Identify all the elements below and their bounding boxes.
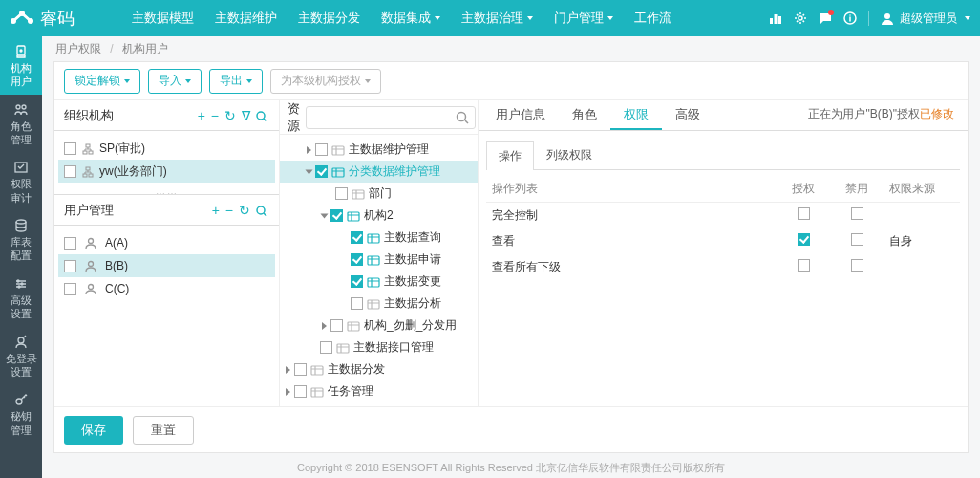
sidebar-item[interactable]: 角色管理: [0, 95, 42, 153]
checkbox[interactable]: [64, 237, 76, 250]
checkbox[interactable]: [64, 260, 76, 272]
search-icon[interactable]: [254, 108, 269, 123]
resource-row[interactable]: 主数据分发: [280, 358, 478, 380]
resource-row[interactable]: 机构_勿删_分发用: [280, 315, 478, 337]
user-row[interactable]: A(A): [58, 231, 275, 254]
sidebar-icon: [0, 276, 42, 292]
search-icon[interactable]: [254, 203, 269, 218]
deny-checkbox[interactable]: [851, 259, 863, 272]
resource-row[interactable]: 分类数据维护管理: [280, 161, 478, 183]
checkbox[interactable]: [294, 385, 307, 398]
save-button[interactable]: 保存: [64, 416, 123, 445]
lock-dropdown[interactable]: 锁定解锁: [64, 69, 140, 94]
org-row[interactable]: SP(审批): [58, 137, 275, 160]
svg-rect-33: [332, 168, 344, 177]
resource-row[interactable]: 主数据维护管理: [280, 139, 478, 161]
resource-row[interactable]: 主数据查询: [280, 227, 478, 249]
topnav-item[interactable]: 主数据模型: [122, 0, 203, 36]
gear-icon[interactable]: [794, 11, 807, 26]
sidebar-icon: [0, 44, 42, 59]
sidebar-item[interactable]: 机构用户: [0, 36, 42, 95]
topnav-item[interactable]: 工作流: [625, 0, 681, 36]
chat-icon[interactable]: [819, 11, 832, 26]
checkbox[interactable]: [351, 253, 363, 266]
checkbox[interactable]: [351, 275, 363, 288]
user-row[interactable]: B(B): [58, 254, 275, 277]
import-dropdown[interactable]: 导入: [148, 69, 202, 94]
checkbox[interactable]: [351, 297, 363, 310]
remove-icon[interactable]: −: [209, 108, 221, 123]
bottom-buttons: 保存 重置: [54, 406, 968, 452]
resource-search[interactable]: [306, 106, 476, 129]
topnav-item[interactable]: 数据集成: [372, 0, 450, 36]
breadcrumb-root[interactable]: 用户权限: [55, 42, 101, 55]
add-icon[interactable]: +: [196, 108, 207, 123]
chart-icon[interactable]: [769, 11, 782, 26]
right-tab[interactable]: 操作: [486, 141, 534, 170]
svg-point-12: [22, 105, 26, 109]
expand-icon[interactable]: [322, 322, 327, 330]
resource-row[interactable]: 部门: [280, 183, 478, 205]
remove-icon[interactable]: −: [224, 203, 235, 218]
deny-checkbox[interactable]: [851, 207, 863, 220]
resource-icon: [367, 297, 380, 311]
sidebar-item[interactable]: 库表配置: [0, 210, 42, 269]
checkbox[interactable]: [335, 187, 348, 200]
resource-row[interactable]: 主数据接口管理: [280, 337, 478, 358]
right-tab[interactable]: 列级权限: [534, 141, 605, 169]
deny-checkbox[interactable]: [851, 233, 863, 246]
resource-row[interactable]: 主数据变更: [280, 271, 478, 293]
checkbox[interactable]: [64, 142, 76, 155]
checkbox[interactable]: [330, 209, 343, 222]
auth-dropdown: 为本级机构授权: [270, 69, 381, 94]
search-input[interactable]: [312, 108, 456, 127]
sidebar-item[interactable]: 高级设置: [0, 269, 42, 327]
auth-checkbox[interactable]: [798, 207, 810, 220]
checkbox[interactable]: [351, 231, 363, 244]
auth-checkbox[interactable]: [798, 233, 810, 246]
checkbox[interactable]: [320, 341, 332, 354]
checkbox[interactable]: [315, 165, 328, 178]
info-icon[interactable]: [843, 11, 857, 26]
checkbox[interactable]: [330, 319, 343, 332]
resource-row[interactable]: 主数据分析: [280, 293, 478, 315]
resource-icon: [310, 363, 324, 377]
filter-icon[interactable]: ∇: [240, 108, 252, 123]
collapse-icon[interactable]: [321, 213, 329, 218]
topnav-item[interactable]: 主数据维护: [205, 0, 287, 36]
resource-row[interactable]: 任务管理: [280, 380, 478, 402]
svg-point-10: [20, 50, 22, 52]
refresh-icon[interactable]: ↻: [223, 108, 238, 123]
org-row[interactable]: yw(业务部门): [58, 160, 275, 183]
checkbox[interactable]: [315, 143, 328, 156]
user-panel: 用户管理 + − ↻ A(A)B(B)C(C): [54, 194, 279, 306]
reset-button[interactable]: 重置: [133, 416, 194, 445]
sidebar-item[interactable]: 免登录设置: [0, 326, 42, 384]
resource-row[interactable]: 机构2: [280, 205, 478, 227]
expand-icon[interactable]: [286, 388, 290, 396]
logo[interactable]: 睿码: [10, 7, 75, 30]
left-column: 组织机构 + − ↻ ∇ SP(审批)yw(业务部门) ⋯⋯ 用户管理: [54, 100, 280, 406]
topnav-item[interactable]: 主数据分发: [288, 0, 370, 36]
sidebar-item[interactable]: 秘钥管理: [0, 384, 42, 443]
resource-row[interactable]: 主数据申请: [280, 249, 478, 271]
user-row[interactable]: C(C): [58, 277, 275, 300]
topnav-item[interactable]: 主数据治理: [452, 0, 543, 36]
checkbox[interactable]: [64, 165, 76, 178]
topnav-item[interactable]: 门户管理: [544, 0, 623, 36]
collapse-icon[interactable]: [306, 169, 313, 174]
add-icon[interactable]: +: [210, 203, 222, 218]
user-menu[interactable]: 超级管理员: [881, 11, 970, 27]
expand-icon[interactable]: [307, 146, 311, 154]
svg-rect-36: [368, 234, 379, 243]
refresh-icon[interactable]: ↻: [237, 203, 252, 218]
checkbox[interactable]: [64, 283, 76, 295]
breadcrumb: 用户权限 / 机构用户: [42, 36, 980, 61]
auth-checkbox[interactable]: [798, 259, 810, 272]
expand-icon[interactable]: [286, 366, 290, 374]
svg-point-17: [18, 286, 20, 288]
checkbox[interactable]: [294, 363, 307, 376]
export-dropdown[interactable]: 导出: [209, 69, 263, 94]
table-row: 查看所有下级: [486, 254, 960, 280]
sidebar-item[interactable]: 权限审计: [0, 152, 42, 210]
